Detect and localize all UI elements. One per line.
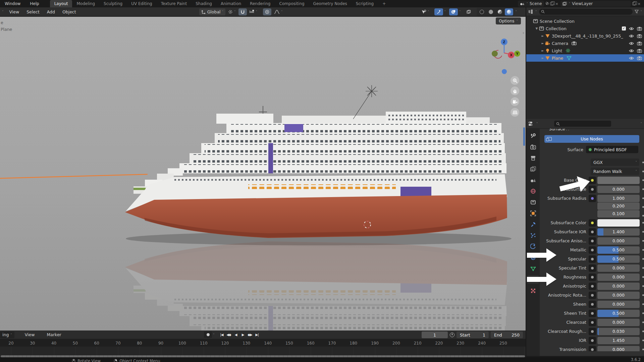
jump-to-end-button[interactable]: ▶| — [254, 331, 261, 338]
outliner-row-light[interactable]: ►Light — [526, 47, 644, 54]
menu-add[interactable]: Add — [43, 9, 59, 14]
ior-slider[interactable]: 1.450 — [597, 337, 640, 344]
tab-view-layer[interactable] — [527, 165, 539, 173]
chevron-down-icon[interactable]: ˅ — [535, 10, 537, 13]
play-reverse-button[interactable]: ◀ — [232, 331, 239, 338]
socket-icon[interactable] — [589, 337, 596, 344]
scene-selector[interactable]: ˅ Scene — [518, 1, 544, 7]
timeline-ruler[interactable]: 2030405060708090100110120130140150160170… — [0, 339, 526, 347]
pan-button[interactable] — [511, 86, 519, 95]
menu-window[interactable]: Window — [0, 0, 25, 7]
frame-end-field[interactable]: End 250 — [491, 331, 523, 338]
animate-dot[interactable] — [642, 206, 644, 208]
surface-shader-field[interactable]: Principled BSDF — [586, 146, 638, 153]
transform-orientation-dropdown[interactable]: Global ˅ — [199, 8, 225, 15]
socket-icon[interactable] — [589, 195, 596, 202]
frame-start-field[interactable]: Start 1 — [457, 331, 489, 338]
zoom-button[interactable] — [511, 76, 519, 85]
socket-icon[interactable] — [589, 228, 596, 236]
animate-dot[interactable] — [642, 179, 644, 181]
socket-icon[interactable] — [589, 319, 596, 326]
animate-dot[interactable] — [642, 222, 644, 224]
menu-view[interactable]: View — [6, 9, 23, 14]
expander-icon[interactable]: ▼ — [534, 27, 539, 30]
gizmo-minus-z-ball[interactable] — [502, 69, 507, 74]
outliner-row-plane[interactable]: ►Plane — [526, 54, 644, 62]
outliner-row-camera[interactable]: ►Camera — [526, 40, 644, 47]
animate-dot[interactable] — [642, 303, 644, 305]
socket-icon[interactable] — [589, 264, 596, 272]
properties-search-input[interactable] — [554, 121, 611, 127]
animate-dot[interactable] — [642, 276, 644, 278]
animate-dot[interactable] — [642, 330, 644, 332]
workspace-tab-animation[interactable]: Animation — [216, 0, 246, 7]
viewport-3d[interactable]: e Plane Options ˅ ‹ — [0, 17, 526, 330]
workspace-tab-compositing[interactable]: Compositing — [275, 0, 309, 7]
animate-dot[interactable] — [642, 312, 644, 314]
shading-rendered-button[interactable] — [505, 8, 513, 15]
pivot-point-dropdown[interactable]: ˅ — [226, 8, 238, 15]
expander-icon[interactable]: ► — [540, 56, 545, 60]
clearcoat-slider[interactable]: 0.000 — [597, 319, 640, 326]
subsurface_ior-slider[interactable]: 1.400 — [597, 228, 640, 236]
animate-dot[interactable] — [642, 321, 644, 323]
animate-dot[interactable] — [642, 231, 644, 233]
subsurface_radius-value-2[interactable]: 0.100 — [597, 210, 640, 218]
auto-keying-toggle[interactable] — [204, 331, 212, 338]
timeline-menu-view[interactable]: View — [21, 332, 39, 337]
remove-viewlayer-icon[interactable]: × — [637, 2, 641, 6]
viewport-scrollbar[interactable] — [523, 127, 525, 146]
expander-icon[interactable]: ► — [540, 42, 545, 45]
animate-dot[interactable] — [642, 188, 644, 190]
animate-dot[interactable] — [642, 171, 644, 172]
eye-icon[interactable] — [629, 26, 634, 31]
anisotropic-slider[interactable]: 0.000 — [597, 283, 640, 290]
shading-wireframe-button[interactable] — [478, 8, 486, 15]
proportional-editing-toggle[interactable] — [263, 8, 271, 15]
sss-method-select[interactable]: Random Walk ˅ — [591, 168, 639, 175]
socket-icon[interactable] — [589, 246, 596, 254]
tab-tool[interactable] — [527, 131, 539, 140]
selectability-dropdown[interactable]: ˅ — [419, 8, 431, 15]
roughness-slider[interactable]: 0.000 — [597, 274, 640, 281]
animate-dot[interactable] — [642, 285, 644, 287]
camera-visibility-icon[interactable] — [637, 49, 642, 53]
specular-slider[interactable]: 0.500 — [597, 255, 640, 263]
socket-icon[interactable] — [589, 301, 596, 308]
proportional-falloff-dropdown[interactable]: ˅ — [272, 8, 285, 15]
viewlayer-selector[interactable]: ˅ ViewLayer — [560, 1, 631, 7]
eye-icon[interactable] — [629, 56, 634, 60]
workspace-tab-sculpting[interactable]: Sculpting — [99, 0, 127, 7]
filter-icon[interactable] — [635, 10, 639, 13]
workspace-tab-rendering[interactable]: Rendering — [246, 0, 275, 7]
checkbox-icon[interactable]: ✓ — [622, 26, 626, 31]
transmission-slider[interactable]: 0.000 — [597, 346, 640, 351]
workspace-tab-texture-paint[interactable]: Texture Paint — [157, 0, 191, 7]
gizmo-dropdown-icon[interactable]: ˅ — [443, 10, 447, 13]
animate-dot[interactable] — [642, 249, 644, 251]
expander-icon[interactable]: ► — [540, 34, 545, 38]
subsurface-slider[interactable]: 0.000 — [597, 186, 640, 193]
animate-dot[interactable] — [642, 349, 644, 350]
tab-collection[interactable] — [527, 198, 539, 206]
socket-icon[interactable] — [589, 237, 596, 245]
specular_tint-slider[interactable]: 0.000 — [597, 264, 640, 272]
socket-icon[interactable] — [589, 310, 596, 317]
copy-scene-icon[interactable] — [550, 2, 553, 5]
chevron-down-icon[interactable]: ˅ — [536, 122, 538, 125]
snap-toggle[interactable] — [238, 8, 247, 15]
socket-icon[interactable] — [589, 283, 596, 290]
jump-to-start-button[interactable]: |◀ — [218, 331, 225, 338]
tab-scene[interactable] — [527, 176, 539, 184]
eye-icon[interactable] — [629, 41, 634, 46]
subsurface_color-swatch[interactable] — [597, 219, 640, 227]
animate-dot[interactable] — [642, 215, 644, 217]
nav-gizmo[interactable]: Z X Y — [486, 27, 523, 60]
animate-dot[interactable] — [642, 240, 644, 242]
socket-icon[interactable] — [589, 328, 596, 335]
workspace-tab-uv-editing[interactable]: UV Editing — [127, 0, 157, 7]
play-button[interactable]: ▶ — [239, 331, 247, 338]
eye-icon[interactable] — [629, 49, 634, 53]
timeline-menu-marker[interactable]: Marker — [43, 332, 65, 337]
tab-texture[interactable] — [527, 286, 539, 295]
